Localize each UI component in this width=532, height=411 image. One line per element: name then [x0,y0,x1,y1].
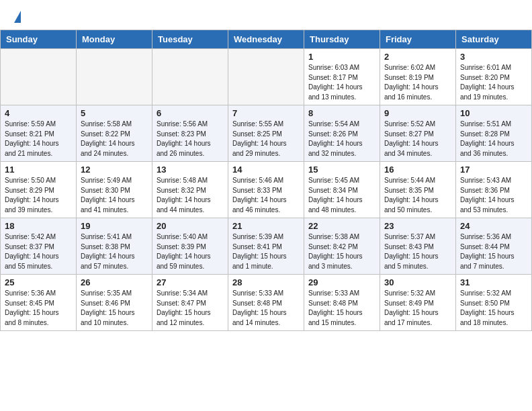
day-number: 30 [384,277,451,287]
calendar-cell: 5Sunrise: 5:58 AM Sunset: 8:22 PM Daylig… [77,105,152,162]
calendar-week-row: 25Sunrise: 5:36 AM Sunset: 8:45 PM Dayli… [1,275,532,331]
calendar-cell: 1Sunrise: 6:03 AM Sunset: 8:17 PM Daylig… [304,49,380,105]
weekday-header: Wednesday [228,30,304,49]
calendar-cell: 11Sunrise: 5:50 AM Sunset: 8:29 PM Dayli… [1,162,77,218]
day-number: 10 [460,108,527,118]
calendar-cell: 8Sunrise: 5:54 AM Sunset: 8:26 PM Daylig… [304,105,380,162]
calendar-cell: 20Sunrise: 5:40 AM Sunset: 8:39 PM Dayli… [152,218,228,275]
day-info: Sunrise: 5:43 AM Sunset: 8:36 PM Dayligh… [460,176,527,215]
day-info: Sunrise: 5:33 AM Sunset: 8:48 PM Dayligh… [308,289,375,328]
logo-arrow-icon [14,11,21,23]
day-number: 16 [384,165,451,175]
calendar-cell: 4Sunrise: 5:59 AM Sunset: 8:21 PM Daylig… [1,105,77,162]
calendar-week-row: 18Sunrise: 5:42 AM Sunset: 8:37 PM Dayli… [1,218,532,275]
day-info: Sunrise: 5:34 AM Sunset: 8:47 PM Dayligh… [157,289,224,328]
day-info: Sunrise: 5:33 AM Sunset: 8:48 PM Dayligh… [232,289,300,328]
day-number: 14 [232,165,300,175]
calendar-cell: 23Sunrise: 5:37 AM Sunset: 8:43 PM Dayli… [380,218,456,275]
day-info: Sunrise: 6:01 AM Sunset: 8:20 PM Dayligh… [460,63,527,102]
day-info: Sunrise: 5:35 AM Sunset: 8:46 PM Dayligh… [81,289,148,328]
day-number: 20 [157,221,224,231]
day-number: 1 [308,52,375,62]
weekday-header: Monday [77,30,152,49]
calendar-cell [1,49,77,105]
calendar-cell: 12Sunrise: 5:49 AM Sunset: 8:30 PM Dayli… [77,162,152,218]
day-number: 3 [460,52,527,62]
calendar-cell: 2Sunrise: 6:02 AM Sunset: 8:19 PM Daylig… [380,49,456,105]
day-info: Sunrise: 5:50 AM Sunset: 8:29 PM Dayligh… [5,176,72,215]
day-info: Sunrise: 6:03 AM Sunset: 8:17 PM Dayligh… [308,63,375,102]
day-number: 21 [232,221,300,231]
calendar-cell: 31Sunrise: 5:32 AM Sunset: 8:50 PM Dayli… [456,275,532,331]
day-info: Sunrise: 5:52 AM Sunset: 8:27 PM Dayligh… [384,120,451,158]
day-info: Sunrise: 5:36 AM Sunset: 8:45 PM Dayligh… [5,289,72,328]
day-number: 4 [5,108,72,118]
day-info: Sunrise: 5:45 AM Sunset: 8:34 PM Dayligh… [308,176,375,215]
day-info: Sunrise: 5:46 AM Sunset: 8:33 PM Dayligh… [232,176,300,215]
calendar-cell: 27Sunrise: 5:34 AM Sunset: 8:47 PM Dayli… [152,275,228,331]
day-info: Sunrise: 5:36 AM Sunset: 8:44 PM Dayligh… [460,232,527,271]
calendar-cell: 19Sunrise: 5:41 AM Sunset: 8:38 PM Dayli… [77,218,152,275]
calendar-cell: 14Sunrise: 5:46 AM Sunset: 8:33 PM Dayli… [228,162,304,218]
calendar-week-row: 1Sunrise: 6:03 AM Sunset: 8:17 PM Daylig… [1,49,532,105]
day-number: 24 [460,221,527,231]
day-info: Sunrise: 5:37 AM Sunset: 8:43 PM Dayligh… [384,232,451,271]
calendar-week-row: 4Sunrise: 5:59 AM Sunset: 8:21 PM Daylig… [1,105,532,162]
day-info: Sunrise: 5:54 AM Sunset: 8:26 PM Dayligh… [308,120,375,158]
day-number: 22 [308,221,375,231]
day-number: 28 [232,277,300,287]
day-number: 5 [81,108,148,118]
day-number: 29 [308,277,375,287]
day-number: 6 [157,108,224,118]
day-number: 26 [81,277,148,287]
day-info: Sunrise: 5:32 AM Sunset: 8:49 PM Dayligh… [384,289,451,328]
calendar-week-row: 11Sunrise: 5:50 AM Sunset: 8:29 PM Dayli… [1,162,532,218]
calendar-cell: 26Sunrise: 5:35 AM Sunset: 8:46 PM Dayli… [77,275,152,331]
calendar-cell: 13Sunrise: 5:48 AM Sunset: 8:32 PM Dayli… [152,162,228,218]
day-number: 18 [5,221,72,231]
day-number: 25 [5,277,72,287]
day-info: Sunrise: 5:38 AM Sunset: 8:42 PM Dayligh… [308,232,375,271]
day-info: Sunrise: 5:42 AM Sunset: 8:37 PM Dayligh… [5,232,72,271]
calendar-cell: 7Sunrise: 5:55 AM Sunset: 8:25 PM Daylig… [228,105,304,162]
day-info: Sunrise: 5:49 AM Sunset: 8:30 PM Dayligh… [81,176,148,215]
calendar-cell: 25Sunrise: 5:36 AM Sunset: 8:45 PM Dayli… [1,275,77,331]
day-info: Sunrise: 5:55 AM Sunset: 8:25 PM Dayligh… [232,120,300,158]
day-number: 31 [460,277,527,287]
weekday-header: Tuesday [152,30,228,49]
day-info: Sunrise: 5:32 AM Sunset: 8:50 PM Dayligh… [460,289,527,328]
day-info: Sunrise: 5:51 AM Sunset: 8:28 PM Dayligh… [460,120,527,158]
weekday-header: Friday [380,30,456,49]
day-info: Sunrise: 5:40 AM Sunset: 8:39 PM Dayligh… [157,232,224,271]
weekday-header: Saturday [456,30,532,49]
calendar-cell: 30Sunrise: 5:32 AM Sunset: 8:49 PM Dayli… [380,275,456,331]
day-info: Sunrise: 5:56 AM Sunset: 8:23 PM Dayligh… [157,120,224,158]
calendar-cell: 3Sunrise: 6:01 AM Sunset: 8:20 PM Daylig… [456,49,532,105]
day-number: 17 [460,165,527,175]
calendar-cell: 21Sunrise: 5:39 AM Sunset: 8:41 PM Dayli… [228,218,304,275]
calendar-cell: 16Sunrise: 5:44 AM Sunset: 8:35 PM Dayli… [380,162,456,218]
weekday-header: Thursday [304,30,380,49]
day-number: 7 [232,108,300,118]
day-info: Sunrise: 5:48 AM Sunset: 8:32 PM Dayligh… [157,176,224,215]
calendar-cell [152,49,228,105]
day-number: 9 [384,108,451,118]
day-info: Sunrise: 6:02 AM Sunset: 8:19 PM Dayligh… [384,63,451,102]
calendar-cell: 9Sunrise: 5:52 AM Sunset: 8:27 PM Daylig… [380,105,456,162]
calendar-cell [228,49,304,105]
calendar-cell: 10Sunrise: 5:51 AM Sunset: 8:28 PM Dayli… [456,105,532,162]
calendar-cell: 17Sunrise: 5:43 AM Sunset: 8:36 PM Dayli… [456,162,532,218]
weekday-header: Sunday [1,30,77,49]
calendar-cell: 29Sunrise: 5:33 AM Sunset: 8:48 PM Dayli… [304,275,380,331]
day-info: Sunrise: 5:44 AM Sunset: 8:35 PM Dayligh… [384,176,451,215]
day-info: Sunrise: 5:41 AM Sunset: 8:38 PM Dayligh… [81,232,148,271]
day-info: Sunrise: 5:59 AM Sunset: 8:21 PM Dayligh… [5,120,72,158]
day-number: 2 [384,52,451,62]
calendar-cell [77,49,152,105]
calendar-cell: 22Sunrise: 5:38 AM Sunset: 8:42 PM Dayli… [304,218,380,275]
calendar-cell: 15Sunrise: 5:45 AM Sunset: 8:34 PM Dayli… [304,162,380,218]
day-number: 27 [157,277,224,287]
calendar-cell: 28Sunrise: 5:33 AM Sunset: 8:48 PM Dayli… [228,275,304,331]
calendar-cell: 18Sunrise: 5:42 AM Sunset: 8:37 PM Dayli… [1,218,77,275]
calendar-table: SundayMondayTuesdayWednesdayThursdayFrid… [0,30,532,331]
